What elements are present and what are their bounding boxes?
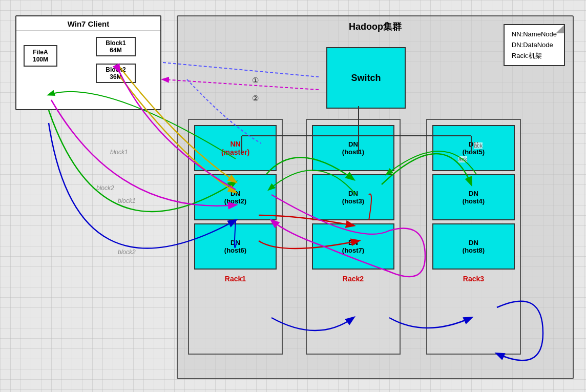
host2-line2: (host2) (224, 197, 246, 205)
legend-line3: Rack:机架 (512, 51, 557, 61)
switch-label: Switch (351, 73, 381, 84)
rack2-container: DN (host1) DN (host3) DN (host7) Rack2 (306, 119, 401, 355)
host4-line1: DN (469, 190, 478, 197)
hadoop-area: Hadoop集群 Switch NN:NameNode DN:DataNode … (177, 15, 574, 379)
win7-title: Win7 Client (16, 16, 160, 31)
nn-line1: NN (230, 140, 240, 148)
host3-line1: DN (348, 190, 358, 197)
legend-line1: NN:NameNode (512, 29, 557, 40)
block1-line1: Block1 (106, 39, 125, 47)
host3-node: DN (host3) (312, 174, 394, 220)
block2-line2: 36M (110, 73, 121, 80)
legend-fold (556, 25, 564, 33)
file-box: FileA 100M (24, 45, 57, 67)
host7-node: DN (host7) (312, 223, 394, 270)
block1-line2: 64M (110, 47, 121, 54)
host7-line1: DN (348, 239, 358, 246)
legend-line2: DN:DataNode (512, 40, 557, 51)
ack-label-1: ack (474, 142, 483, 149)
ack-label-2: ack (458, 156, 467, 162)
rack3-container: DN (host5) DN (host4) DN (host8) Rack3 (426, 119, 521, 355)
rack1-container: NN (master) DN (host2) DN (host6) Rack1 (188, 119, 283, 355)
host2-line1: DN (231, 190, 240, 197)
block2-label-mid: block2 (118, 249, 136, 256)
host1-line2: (host1) (342, 148, 364, 156)
host8-line1: DN (469, 239, 478, 246)
host6-node: DN (host6) (194, 223, 277, 270)
file-line2: 100M (33, 56, 48, 63)
host8-node: DN (host8) (432, 223, 515, 270)
block2-line1: Block2 (106, 66, 125, 73)
host1-line1: DN (348, 140, 358, 148)
win7-inner: FileA 100M Block1 64M Block2 36M (16, 31, 160, 106)
host8-line2: (host8) (463, 246, 485, 254)
rack2-label: Rack2 (307, 273, 400, 285)
win7-client-box: Win7 Client FileA 100M Block1 64M Block2… (15, 15, 161, 110)
switch-box: Switch (326, 47, 406, 109)
file-line1: FileA (33, 49, 48, 56)
host7-line2: (host7) (342, 246, 364, 254)
host6-line2: (host6) (224, 246, 246, 254)
rack1-label: Rack1 (189, 273, 282, 285)
block1-box: Block1 64M (96, 37, 136, 56)
host3-line2: (host3) (342, 197, 364, 205)
block2-label-left: block2 (96, 184, 114, 192)
rack3-label: Rack3 (427, 273, 520, 285)
block1-label-left: block1 (110, 149, 128, 156)
host2-node: DN (host2) (194, 174, 277, 220)
host6-line1: DN (231, 239, 240, 246)
block2-box: Block2 36M (96, 64, 136, 83)
step2-label: ② (252, 94, 259, 103)
block1-label-mid: block1 (118, 197, 136, 204)
host5-line2: (host5) (463, 148, 485, 156)
step1-label: ① (252, 76, 259, 85)
legend-box: NN:NameNode DN:DataNode Rack:机架 (504, 24, 565, 66)
host1-node: DN (host1) (312, 125, 394, 171)
nn-node: NN (master) (194, 125, 277, 171)
host4-node: DN (host4) (432, 174, 515, 220)
nn-line2: (master) (221, 148, 249, 156)
host4-line2: (host4) (463, 197, 485, 205)
